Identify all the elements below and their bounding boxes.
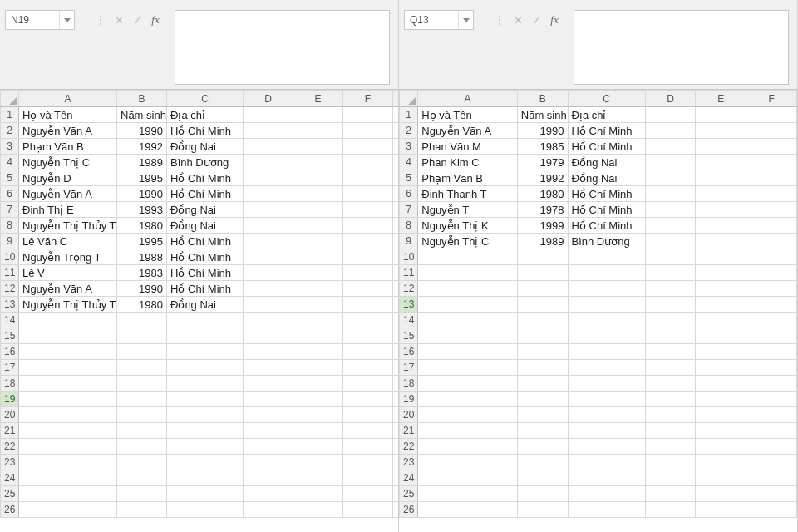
cell[interactable]: Đồng Nai <box>167 218 244 234</box>
cell[interactable] <box>568 407 645 423</box>
cell[interactable]: Nguyễn Thị K <box>418 218 518 234</box>
cell[interactable] <box>746 344 797 360</box>
column-header-C[interactable]: C <box>568 91 645 107</box>
grid[interactable]: ABCDEFG1Họ và TênNăm sinhĐịa chỉ2Nguyễn … <box>0 90 398 532</box>
cell[interactable] <box>746 139 797 155</box>
cell[interactable] <box>19 455 117 470</box>
cell[interactable]: Hồ Chí Minh <box>568 139 645 155</box>
cell[interactable] <box>19 313 117 328</box>
cell[interactable]: 1990 <box>117 281 167 297</box>
cell[interactable] <box>517 344 568 360</box>
row-header[interactable]: 1 <box>400 107 418 123</box>
row-header[interactable]: 9 <box>1 234 19 249</box>
row-header[interactable]: 8 <box>1 218 19 234</box>
cell[interactable]: Bình Dương <box>167 155 244 170</box>
cell[interactable] <box>293 360 343 376</box>
cell[interactable] <box>293 455 343 470</box>
row-header[interactable]: 11 <box>400 265 418 281</box>
cell[interactable] <box>19 376 117 392</box>
cell[interactable] <box>696 344 746 360</box>
cell[interactable] <box>418 455 518 470</box>
cell[interactable] <box>696 139 746 155</box>
cell[interactable] <box>645 281 696 297</box>
cell[interactable] <box>418 502 518 518</box>
cell[interactable]: 1980 <box>517 186 568 202</box>
cell[interactable] <box>167 328 244 344</box>
cell[interactable] <box>393 234 399 249</box>
cell[interactable] <box>293 313 343 328</box>
cell[interactable] <box>645 186 696 202</box>
cell[interactable] <box>293 281 343 297</box>
column-header-D[interactable]: D <box>244 91 293 107</box>
cell[interactable] <box>167 313 244 328</box>
cell[interactable] <box>568 281 645 297</box>
cell[interactable]: Phan Kim C <box>418 155 518 170</box>
column-header-C[interactable]: C <box>167 91 244 107</box>
cell[interactable] <box>696 328 746 344</box>
row-header[interactable]: 2 <box>1 123 19 139</box>
cell[interactable]: Đồng Nai <box>167 139 244 155</box>
cell[interactable] <box>645 328 696 344</box>
cell[interactable]: Hồ Chí Minh <box>167 186 244 202</box>
cell[interactable] <box>117 407 167 423</box>
cell[interactable] <box>293 249 343 265</box>
cell[interactable] <box>517 249 568 265</box>
row-header[interactable]: 25 <box>400 486 418 502</box>
cell[interactable] <box>343 234 393 249</box>
cell[interactable] <box>343 155 393 170</box>
row-header[interactable]: 19 <box>400 392 418 407</box>
cell[interactable] <box>696 170 746 186</box>
row-header[interactable]: 12 <box>1 281 19 297</box>
cell[interactable] <box>117 376 167 392</box>
cell[interactable] <box>746 297 797 313</box>
cell[interactable] <box>418 297 518 313</box>
cell[interactable] <box>645 265 696 281</box>
row-header[interactable]: 13 <box>400 297 418 313</box>
cell[interactable] <box>343 249 393 265</box>
cell[interactable] <box>19 360 117 376</box>
cell[interactable] <box>418 407 518 423</box>
cell[interactable] <box>393 486 399 502</box>
cell[interactable]: Năm sinh <box>517 107 568 123</box>
cell[interactable] <box>418 281 518 297</box>
cell[interactable] <box>244 486 293 502</box>
cell[interactable] <box>393 107 399 123</box>
cell[interactable] <box>293 423 343 439</box>
row-header[interactable]: 17 <box>1 360 19 376</box>
cell[interactable] <box>517 455 568 470</box>
cell[interactable] <box>393 360 399 376</box>
cell[interactable] <box>517 502 568 518</box>
row-header[interactable]: 20 <box>1 407 19 423</box>
cell[interactable]: 1993 <box>117 202 167 218</box>
cell[interactable] <box>746 313 797 328</box>
cell[interactable] <box>517 486 568 502</box>
cell[interactable] <box>696 234 746 249</box>
row-header[interactable]: 25 <box>1 486 19 502</box>
cell[interactable] <box>568 486 645 502</box>
cell[interactable] <box>343 123 393 139</box>
cell[interactable] <box>746 202 797 218</box>
cell[interactable]: Nguyễn D <box>19 170 117 186</box>
cell[interactable] <box>244 202 293 218</box>
cell[interactable] <box>343 344 393 360</box>
cell[interactable]: 1990 <box>117 186 167 202</box>
cell[interactable]: Nguyễn Văn A <box>19 123 117 139</box>
cell[interactable] <box>696 470 746 486</box>
cell[interactable] <box>117 344 167 360</box>
grid[interactable]: ABCDEF1Họ và TênNăm sinhĐịa chỉ2Nguyễn V… <box>399 90 797 532</box>
cell[interactable] <box>393 297 399 313</box>
cell[interactable] <box>696 313 746 328</box>
cell[interactable]: Nguyễn Văn A <box>19 186 117 202</box>
cell[interactable] <box>746 107 797 123</box>
cell[interactable] <box>517 470 568 486</box>
cell[interactable]: Nguyễn Thị Thủy T <box>19 218 117 234</box>
cell[interactable] <box>645 502 696 518</box>
cell[interactable] <box>393 470 399 486</box>
cell[interactable] <box>293 170 343 186</box>
name-box[interactable]: N19 <box>5 10 75 30</box>
cell[interactable] <box>293 470 343 486</box>
cell[interactable] <box>645 218 696 234</box>
cell[interactable] <box>393 502 399 518</box>
enter-icon[interactable]: ✓ <box>131 13 144 27</box>
cell[interactable]: 1992 <box>517 170 568 186</box>
